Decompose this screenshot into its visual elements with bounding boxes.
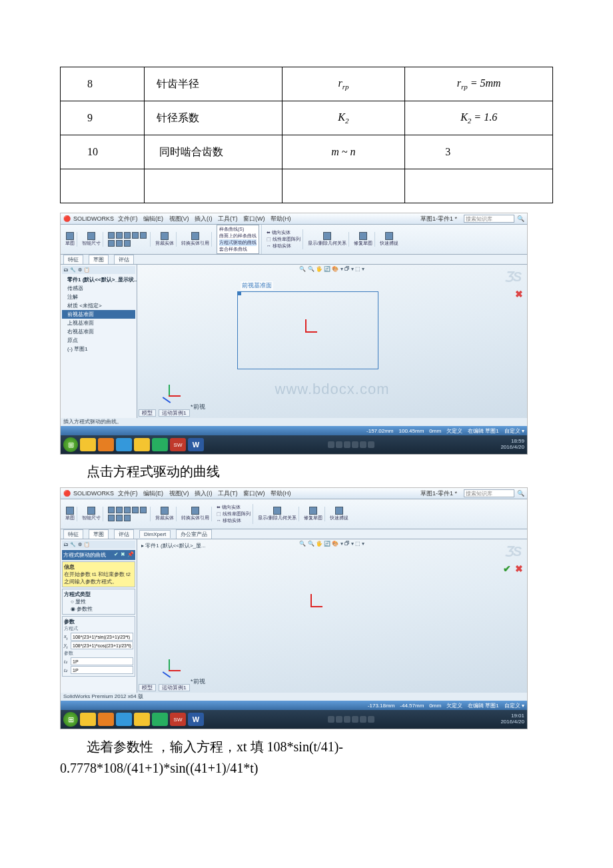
clock[interactable]: 19:01 2016/4/20 (500, 713, 524, 725)
search-icon[interactable]: 🔍 (517, 215, 524, 222)
ribbon-group-sketch[interactable]: 草图 (63, 232, 77, 247)
ribbon-btn-pattern[interactable]: ⬚ 线性草图阵列 (217, 511, 251, 517)
tab-motion[interactable]: 运动算例1 (159, 409, 189, 417)
tab-motion[interactable]: 运动算例1 (159, 684, 189, 691)
ribbon-group-repair[interactable]: 修复草图 (352, 232, 375, 247)
command-tabs[interactable]: 特征 草图 评估 DimXpert 办公室产品 (61, 529, 527, 539)
menu-insert[interactable]: 插入(I) (195, 490, 213, 497)
system-tray[interactable] (328, 716, 374, 723)
tree-item[interactable]: (-) 草图1 (62, 345, 135, 353)
menu-item-spline-fit[interactable]: 曲面上的样条曲线 (219, 233, 257, 239)
tab-eval[interactable]: 评估 (114, 255, 134, 264)
ribbon-group-quick[interactable]: 快速捕捉 (378, 232, 400, 247)
t1-input[interactable] (71, 657, 133, 665)
ribbon-btn-mirror[interactable]: ⬌ 镜向实体 (267, 229, 301, 236)
ribbon-group-mirror[interactable]: ⬌ 镜向实体 ⬚ 线性草图阵列 ↔ 移动实体 (215, 504, 253, 524)
ribbon-group-dimension[interactable]: 智能尺寸 (80, 507, 103, 521)
taskbar-solidworks-icon[interactable]: SW (170, 438, 186, 451)
triad-icon[interactable] (161, 385, 181, 405)
menu-edit[interactable]: 编辑(E) (143, 490, 163, 497)
menu-file[interactable]: 文件(F) (118, 490, 138, 497)
doc-tab[interactable]: 草图1-零件1 * (420, 215, 457, 223)
start-button[interactable]: ⊞ (63, 712, 78, 727)
menubar[interactable]: 文件(F) 编辑(E) 视图(V) 插入(I) 工具(T) 窗口(W) 帮助(H… (118, 215, 295, 223)
front-plane-rect[interactable] (237, 291, 378, 369)
menu-view[interactable]: 视图(V) (169, 490, 189, 497)
ribbon-btn-move[interactable]: ↔ 移动实体 (217, 517, 251, 524)
view-toolbar[interactable]: 🔍 🔍 🖐 🔄 🎨 ▾ 🗇 ▾ ⬚ ▾ (299, 541, 364, 547)
menu-file[interactable]: 文件(F) (118, 215, 138, 222)
t2-input[interactable] (71, 666, 133, 674)
radio-explicit[interactable]: ○ 显性 (64, 598, 133, 605)
confirm-icon[interactable]: ✔ (503, 563, 511, 574)
cancel-icon[interactable]: ✖ (515, 563, 523, 574)
taskbar-word-icon[interactable]: W (188, 438, 204, 451)
ribbon-group-sketch[interactable]: 草图 (63, 507, 77, 521)
panel-toolbar[interactable]: 🗂🔧⚙📋 (62, 541, 135, 549)
tab-office[interactable]: 办公室产品 (176, 529, 212, 539)
menu-item-spline[interactable]: 样条曲线(S) (219, 226, 257, 233)
status-custom[interactable]: 自定义 ▾ (504, 427, 524, 435)
ribbon-group-tools[interactable] (106, 507, 151, 521)
feature-tree-panel[interactable]: 🗂🔧⚙📋 零件1 (默认<<默认>_显示状... 传感器 注解 材质 <未指定>… (61, 265, 137, 418)
tree-item-front-plane[interactable]: 前视基准面 (62, 310, 135, 319)
breadcrumb[interactable]: ▸ 零件1 (默认<<默认>_显... (141, 542, 206, 549)
tree-item[interactable]: 上视基准面 (62, 319, 135, 327)
bottom-tabs[interactable]: 模型 运动算例1 (139, 409, 191, 417)
ribbon-btn-pattern[interactable]: ⬚ 线性草图阵列 (267, 236, 301, 243)
menu-window[interactable]: 窗口(W) (243, 490, 265, 497)
taskbar-app-icon[interactable] (134, 713, 150, 726)
menu-tools[interactable]: 工具(T) (218, 215, 238, 222)
ribbon-group-display[interactable]: 显示/删除几何关系 (256, 507, 299, 521)
search-icon[interactable]: 🔍 (517, 490, 524, 497)
taskbar-app-icon[interactable] (134, 438, 150, 451)
yt-input[interactable] (71, 641, 133, 649)
windows-taskbar[interactable]: ⊞ SW W 19:01 2016/4/20 (61, 710, 527, 729)
search-input[interactable]: 搜索知识库 (464, 215, 514, 223)
tab-model[interactable]: 模型 (139, 684, 156, 691)
ribbon-btn-mirror[interactable]: ⬌ 镜向实体 (217, 504, 251, 511)
ribbon-group-trim[interactable]: 剪裁实体 (153, 507, 177, 521)
ribbon-group-mirror[interactable]: ⬌ 镜向实体 ⬚ 线性草图阵列 ↔ 移动实体 (265, 229, 303, 249)
panel-toolbar[interactable]: 🗂🔧⚙📋 (62, 266, 135, 274)
doc-tab[interactable]: 草图1-零件1 * (420, 489, 457, 498)
taskbar-app-icon[interactable] (152, 438, 168, 451)
graphics-area[interactable]: ▸ 零件1 (默认<<默认>_显... 🔍 🔍 🖐 🔄 🎨 ▾ 🗇 ▾ ⬚ ▾ … (137, 539, 527, 693)
start-button[interactable]: ⊞ (63, 437, 78, 452)
command-tabs[interactable]: 特征 草图 评估 (61, 255, 527, 265)
tab-sketch[interactable]: 草图 (89, 529, 109, 539)
taskbar-app-icon[interactable] (80, 438, 96, 451)
pin-icon[interactable]: 📌 (127, 551, 134, 557)
menu-help[interactable]: 帮助(H) (271, 215, 291, 222)
ok-icon[interactable]: ✔ (114, 551, 119, 557)
ribbon-btn-move[interactable]: ↔ 移动实体 (267, 243, 301, 249)
radio-parametric[interactable]: ◉ 参数性 (64, 605, 133, 613)
tree-item[interactable]: 右视基准面 (62, 327, 135, 336)
tree-item[interactable]: 原点 (62, 336, 135, 345)
tab-eval[interactable]: 评估 (114, 529, 134, 539)
status-custom[interactable]: 自定义 ▾ (504, 702, 524, 709)
ribbon[interactable]: 草图 智能尺寸 剪裁实体 转换实体引用 样条曲线(S) 曲面上的样条曲线 方程式… (61, 225, 527, 255)
tab-sketch[interactable]: 草图 (89, 255, 109, 264)
menubar[interactable]: 文件(F) 编辑(E) 视图(V) 插入(I) 工具(T) 窗口(W) 帮助(H… (118, 489, 295, 498)
cancel-icon[interactable]: ✖ (515, 289, 523, 299)
search-input[interactable]: 搜索知识库 (464, 489, 514, 497)
taskbar-word-icon[interactable]: W (188, 713, 204, 726)
tab-feature[interactable]: 特征 (63, 255, 83, 264)
graphics-area[interactable]: 🔍 🔍 🖐 🔄 🎨 ▾ 🗇 ▾ ⬚ ▾ 前视基准面 ƷS ✖ *前视 www.b… (137, 265, 527, 418)
ribbon-group-repair[interactable]: 修复草图 (302, 507, 325, 521)
propmgr-type[interactable]: 方程式类型 ○ 显性 ◉ 参数性 (62, 589, 135, 615)
taskbar-app-icon[interactable] (98, 438, 114, 451)
tree-item[interactable]: 传感器 (62, 284, 135, 293)
taskbar-app-icon[interactable] (116, 713, 132, 726)
tree-item[interactable]: 材质 <未指定> (62, 301, 135, 310)
property-manager-panel[interactable]: 🗂🔧⚙📋 方程式驱动的曲线 ✔✖📌 信息 在开始参数 t1 和结束参数 t2 之… (61, 539, 137, 693)
tab-feature[interactable]: 特征 (63, 529, 83, 539)
ribbon-group-convert[interactable]: 转换实体引用 (179, 507, 212, 521)
ribbon-group-dimension[interactable]: 智能尺寸 (80, 232, 103, 247)
menu-insert[interactable]: 插入(I) (195, 215, 213, 222)
menu-edit[interactable]: 编辑(E) (143, 215, 163, 222)
triad-icon[interactable] (161, 659, 181, 679)
taskbar-app-icon[interactable] (80, 713, 96, 726)
view-toolbar[interactable]: 🔍 🔍 🖐 🔄 🎨 ▾ 🗇 ▾ ⬚ ▾ (299, 266, 364, 272)
